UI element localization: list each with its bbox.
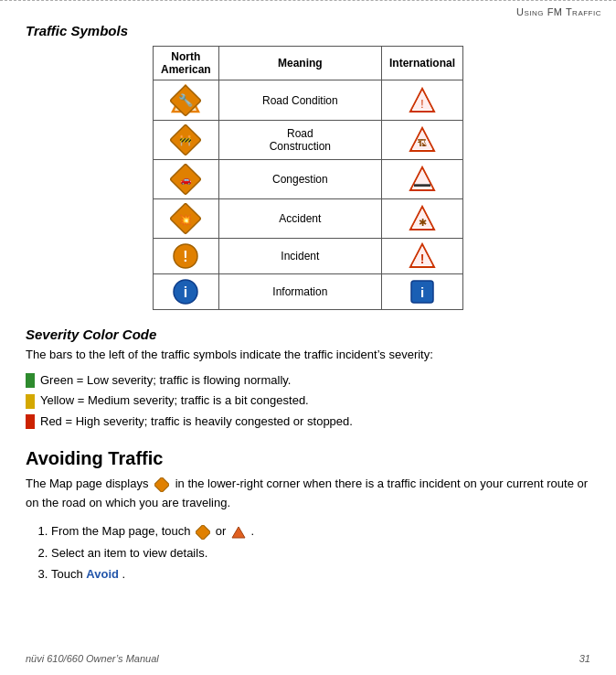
avoiding-traffic-description: The Map page displays in the lower-right… [26,475,590,513]
svg-text:i: i [420,284,424,300]
meaning-road-condition: Road Condition [218,80,381,121]
avoid-step-3: Touch Avoid . [51,563,590,584]
avoid-step-2: Select an item to view details. [51,542,590,563]
meaning-information: Information [218,274,381,310]
svg-rect-32 [154,477,169,492]
svg-text:▬▬: ▬▬ [414,179,430,188]
severity-list: Green = Low severity; traffic is flowing… [26,371,590,432]
intl-icon-congestion: ▬▬ [381,160,462,199]
table-row: 🚧 RoadConstruction 🏗 [154,121,463,160]
step2-text: Select an item to view details. [51,546,207,560]
table-row: 💥 Accident ✱ [154,199,463,239]
col-header-meaning: Meaning [218,47,381,80]
severity-green-label: Green = Low severity; traffic is flowing… [40,371,291,391]
na-icon-road-construction: 🚧 [154,121,219,160]
header-text: Using FM Traffic [516,6,601,17]
svg-text:💥: 💥 [179,213,192,226]
meaning-congestion: Congestion [218,160,381,199]
meaning-road-construction: RoadConstruction [218,121,381,160]
meaning-accident: Accident [218,199,381,239]
avoid-steps-list: From the Map page, touch or . Select an … [51,520,590,585]
intl-icon-road-construction: 🏗 [381,121,462,160]
svg-text:🚧: 🚧 [179,134,192,146]
svg-text:!: ! [184,249,188,264]
svg-text:!: ! [420,98,423,111]
step3-period: . [122,567,126,581]
table-row: i Information i [154,274,463,310]
main-content: Traffic Symbols NorthAmerican Meaning In… [0,19,616,613]
step1-triangle-icon [231,521,246,542]
severity-yellow-label: Yellow = Medium severity; traffic is a b… [40,391,309,411]
severity-item-yellow: Yellow = Medium severity; traffic is a b… [26,391,590,411]
table-row: ! Incident ! [154,239,463,274]
severity-red-label: Red = High severity; traffic is heavily … [40,412,353,432]
svg-text:🔧: 🔧 [178,92,194,108]
na-icon-congestion: 🚗 [154,160,219,199]
na-icon-information: i [154,274,219,310]
svg-text:!: ! [420,252,425,266]
step1-or: or [216,524,227,538]
red-bar [26,414,35,429]
green-bar [26,373,35,388]
table-row: 🚗 Congestion ▬▬ [154,160,463,199]
step1-period: . [251,524,255,538]
avoid-button-label: Avoid [86,567,119,581]
severity-item-green: Green = Low severity; traffic is flowing… [26,371,590,391]
intl-icon-road-condition: ! [381,80,462,121]
svg-rect-33 [196,525,210,540]
traffic-symbols-table: NorthAmerican Meaning International ⚠ [153,46,463,310]
avoid-desc-part1: The Map page displays [26,477,148,490]
svg-text:i: i [184,284,187,300]
na-icon-accident: 💥 [154,199,219,239]
svg-marker-34 [232,527,245,538]
svg-text:🚗: 🚗 [180,174,192,186]
intl-icon-information: i [381,274,462,310]
avoid-step-1: From the Map page, touch or . [51,520,590,542]
step1-diamond-icon [196,521,210,542]
avoiding-traffic-title: Avoiding Traffic [26,448,590,469]
intl-icon-incident: ! [381,239,462,274]
meaning-incident: Incident [218,239,381,274]
yellow-bar [26,394,35,409]
traffic-symbols-title: Traffic Symbols [26,23,590,38]
footer-right: 31 [579,653,590,664]
table-row: ⚠ 🔧 Road Condition ! [154,80,463,121]
severity-title: Severity Color Code [26,327,590,342]
svg-text:🏗: 🏗 [418,138,427,148]
intl-icon-accident: ✱ [381,199,462,239]
col-header-north-american: NorthAmerican [154,47,219,80]
svg-text:✱: ✱ [418,217,426,228]
page-footer: nüvi 610/660 Owner’s Manual 31 [0,653,616,664]
na-icon-incident: ! [154,239,219,274]
page-header: Using FM Traffic [0,0,616,19]
traffic-diamond-icon [154,475,169,494]
col-header-international: International [381,47,462,80]
severity-item-red: Red = High severity; traffic is heavily … [26,412,590,432]
severity-description: The bars to the left of the traffic symb… [26,346,590,364]
step1-text-before: From the Map page, touch [51,524,190,538]
step3-text-before: Touch [51,567,83,581]
na-icon-road-condition: ⚠ 🔧 [154,80,219,121]
footer-left: nüvi 610/660 Owner’s Manual [26,653,159,664]
